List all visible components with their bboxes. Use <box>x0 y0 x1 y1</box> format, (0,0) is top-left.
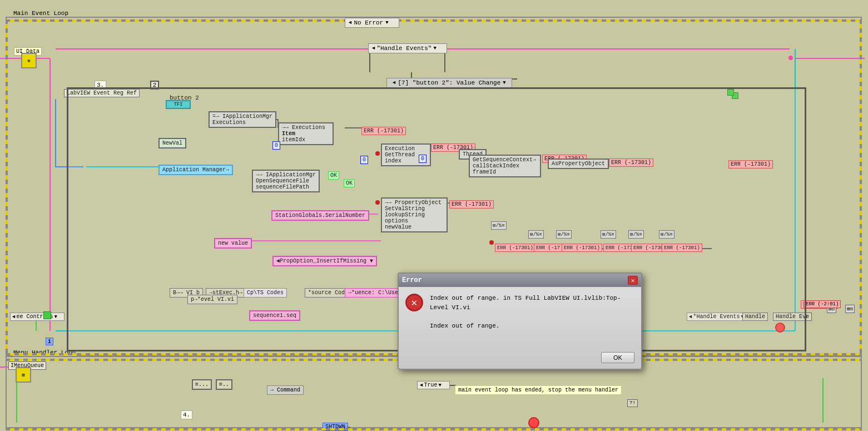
ui-data-terminal: ⊕ <box>21 53 37 68</box>
value-change-label: [7] "button 2": Value Change <box>398 80 500 86</box>
menu-border-bottom <box>6 428 862 430</box>
command-block: → Command <box>267 385 304 395</box>
green-terminal-1 <box>43 311 51 319</box>
small-icon-menu: ?! <box>627 399 638 407</box>
step-exec-block: ≡... <box>192 379 212 390</box>
no-error-dropdown[interactable]: ◄ No Error ▼ <box>345 18 399 28</box>
error-dialog: Error ✕ ✕ Index out of range. in TS Full… <box>398 273 642 370</box>
true-dropdown[interactable]: ◄ True ▼ <box>417 381 450 389</box>
loop-border-left <box>6 19 8 353</box>
handle-events-dropdown[interactable]: ◄ "Handle Events" ▼ <box>368 43 447 53</box>
dialog-message-line1: Index out of range. in TS Full LabVIEW U… <box>430 294 634 312</box>
handle-events-label: "Handle Events" <box>376 45 431 52</box>
dialog-ok-button[interactable]: OK <box>601 352 634 363</box>
dialog-footer: OK <box>601 352 634 363</box>
dialog-titlebar: Error ✕ <box>399 274 641 287</box>
pink-terminal-top-right <box>788 56 793 60</box>
value-change-header[interactable]: ◄ [7] "button 2": Value Change ▼ <box>386 78 512 88</box>
menu-message-block: main event loop has ended, stop the menu… <box>455 385 622 395</box>
menu-terminal: ⊞ <box>16 367 31 383</box>
err-right-large: ERR (-2↑01) <box>803 300 841 308</box>
no-error-label: No Error <box>354 19 383 26</box>
loop-border-right <box>860 19 862 353</box>
dialog-body: ✕ Index out of range. in TS Full LabVIEW… <box>399 287 641 337</box>
stop-terminal-menu <box>528 417 539 428</box>
dialog-title: Error <box>402 276 422 284</box>
num4-label: 4. <box>181 410 192 419</box>
main-loop-label: Main Event Loop <box>12 10 70 17</box>
dialog-close-button[interactable]: ✕ <box>628 276 638 285</box>
loop-border-top <box>6 19 862 22</box>
dialog-message-line2: Index out of range. <box>430 321 634 331</box>
controls-dropdown[interactable]: ◄ ee Controls ▼ <box>10 313 65 321</box>
dialog-message: Index out of range. in TS Full LabVIEW U… <box>430 294 634 330</box>
dialog-error-icon: ✕ <box>405 294 423 311</box>
info-box: i <box>46 338 53 345</box>
step-exec-block2: ≡.. <box>216 379 232 390</box>
small-block-right-2: ⊞⊡ <box>845 305 855 313</box>
